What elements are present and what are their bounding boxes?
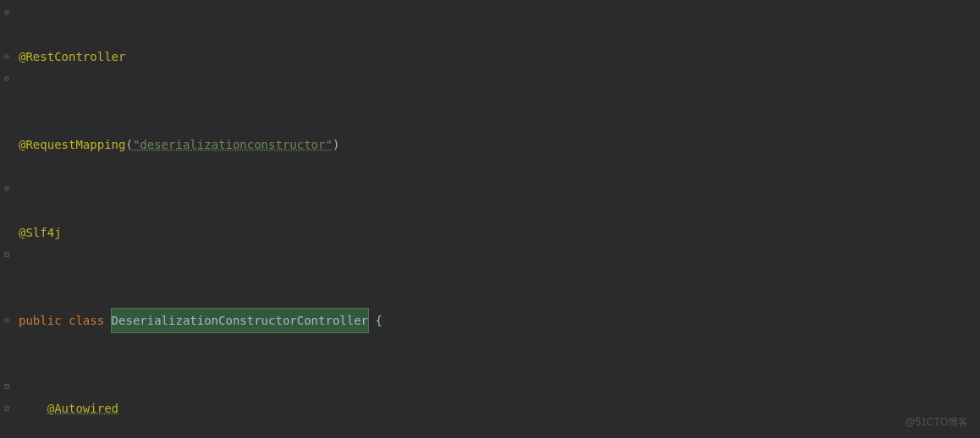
fold-icon[interactable] xyxy=(2,205,12,216)
paren: ( xyxy=(125,134,132,156)
fold-icon[interactable]: ⊖ xyxy=(2,315,12,326)
code-line[interactable]: @RequestMapping("deserializationconstruc… xyxy=(19,134,975,156)
fold-icon[interactable] xyxy=(2,271,12,282)
fold-icon[interactable] xyxy=(2,162,12,172)
keyword: class xyxy=(69,309,112,331)
code-line[interactable]: @Autowired xyxy=(19,397,975,419)
code-line[interactable]: public class DeserializationConstructorC… xyxy=(19,309,975,331)
code-editor[interactable]: ⊖ ⊖ ⊖ ⊖ ⊟ ⊖ ⊟ ⊟ @RestController @Request… xyxy=(0,0,980,438)
fold-icon[interactable] xyxy=(2,96,12,106)
fold-icon[interactable] xyxy=(2,118,12,128)
fold-icon[interactable] xyxy=(2,337,12,348)
watermark: @51CTO博客 xyxy=(905,411,968,433)
string-literal: "deserializationconstructor" xyxy=(133,134,333,156)
class-name: DeserializationConstructorController xyxy=(112,309,368,332)
fold-icon[interactable]: ⊖ xyxy=(2,183,12,194)
annotation: @RequestMapping xyxy=(19,134,125,156)
fold-icon[interactable]: ⊟ xyxy=(2,403,12,413)
fold-icon[interactable] xyxy=(2,293,12,304)
code-area[interactable]: @RestController @RequestMapping("deseria… xyxy=(14,0,980,438)
fold-icon[interactable]: ⊖ xyxy=(2,74,12,84)
fold-icon[interactable]: ⊖ xyxy=(2,52,12,62)
code-line[interactable]: @RestController xyxy=(19,46,975,68)
fold-icon[interactable]: ⊟ xyxy=(2,381,12,391)
indent xyxy=(19,397,47,419)
annotation: @Autowired xyxy=(47,397,118,419)
paren: ) xyxy=(333,134,339,156)
fold-icon[interactable]: ⊖ xyxy=(2,8,12,18)
fold-icon[interactable]: ⊟ xyxy=(2,249,12,260)
annotation: @Slf4j xyxy=(19,222,62,244)
fold-icon[interactable] xyxy=(2,227,12,238)
keyword: public xyxy=(19,309,69,331)
brace: { xyxy=(368,309,383,331)
annotation: @RestController xyxy=(19,46,125,68)
gutter: ⊖ ⊖ ⊖ ⊖ ⊟ ⊖ ⊟ ⊟ xyxy=(0,0,14,438)
fold-icon[interactable] xyxy=(2,359,12,370)
code-line[interactable]: @Slf4j xyxy=(19,222,975,244)
fold-icon[interactable] xyxy=(2,140,12,150)
fold-icon[interactable] xyxy=(2,30,12,40)
